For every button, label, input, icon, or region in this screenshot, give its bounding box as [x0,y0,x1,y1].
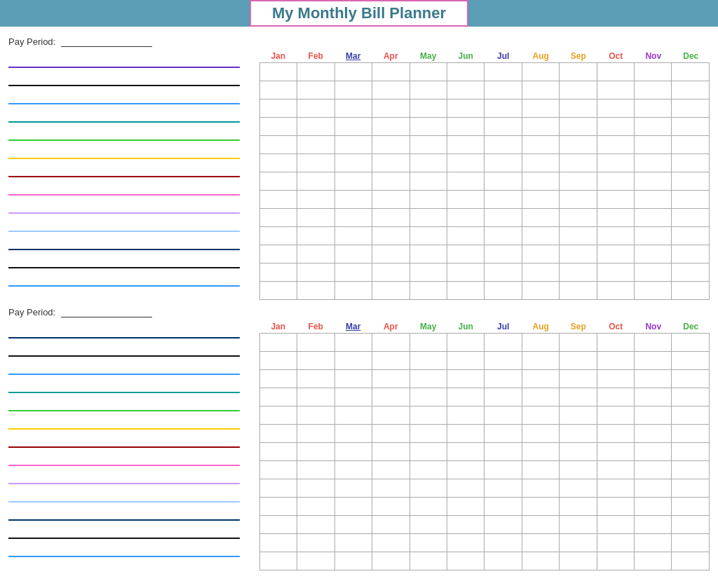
grid-cell[interactable] [522,63,559,81]
grid-cell[interactable] [672,136,710,154]
grid-cell[interactable] [635,498,672,516]
grid-cell[interactable] [560,388,597,406]
grid-cell[interactable] [372,63,409,81]
grid-cell[interactable] [409,552,447,570]
grid-cell[interactable] [597,154,634,172]
grid-cell[interactable] [260,498,297,516]
grid-cell[interactable] [372,406,409,425]
grid-cell[interactable] [485,425,522,443]
grid-cell[interactable] [260,209,297,227]
grid-cell[interactable] [522,334,559,352]
grid-cell[interactable] [522,154,559,172]
grid-cell[interactable] [522,245,559,264]
grid-cell[interactable] [597,100,634,118]
grid-cell[interactable] [597,388,634,406]
grid-cell[interactable] [297,136,334,154]
grid-cell[interactable] [485,81,522,100]
grid-cell[interactable] [260,352,297,370]
grid-cell[interactable] [334,498,372,516]
grid-cell[interactable] [409,209,447,227]
grid-cell[interactable] [409,334,447,352]
grid-cell[interactable] [260,100,297,118]
grid-cell[interactable] [372,425,409,443]
grid-cell[interactable] [409,245,447,264]
grid-cell[interactable] [672,388,710,406]
grid-cell[interactable] [334,118,372,136]
grid-cell[interactable] [297,516,334,534]
grid-cell[interactable] [447,406,485,425]
grid-cell[interactable] [372,352,409,370]
grid-cell[interactable] [522,118,559,136]
grid-cell[interactable] [560,498,597,516]
grid-cell[interactable] [447,352,485,370]
grid-cell[interactable] [522,264,559,282]
grid-cell[interactable] [522,552,559,570]
grid-cell[interactable] [560,516,597,534]
grid-cell[interactable] [485,388,522,406]
grid-cell[interactable] [560,352,597,370]
grid-cell[interactable] [447,136,485,154]
grid-cell[interactable] [334,191,372,209]
grid-cell[interactable] [635,191,672,209]
grid-cell[interactable] [297,100,334,118]
pay-period-line-1[interactable] [61,46,152,47]
grid-cell[interactable] [297,406,334,425]
pay-period-line-2[interactable] [61,317,152,317]
grid-cell[interactable] [597,227,634,245]
grid-cell[interactable] [635,136,672,154]
grid-cell[interactable] [334,136,372,154]
grid-cell[interactable] [560,479,597,498]
grid-cell[interactable] [409,154,447,172]
section1-table[interactable] [259,62,710,300]
grid-cell[interactable] [522,191,559,209]
grid-cell[interactable] [522,227,559,245]
grid-cell[interactable] [297,245,334,264]
grid-cell[interactable] [447,209,485,227]
grid-cell[interactable] [672,282,710,300]
grid-cell[interactable] [635,264,672,282]
grid-cell[interactable] [635,425,672,443]
grid-cell[interactable] [672,552,710,570]
grid-cell[interactable] [522,282,559,300]
grid-cell[interactable] [409,227,447,245]
grid-cell[interactable] [260,81,297,100]
grid-cell[interactable] [635,282,672,300]
grid-cell[interactable] [334,516,372,534]
grid-cell[interactable] [372,282,409,300]
grid-cell[interactable] [560,264,597,282]
grid-cell[interactable] [409,63,447,81]
grid-cell[interactable] [560,227,597,245]
section2-table[interactable] [259,333,710,570]
grid-cell[interactable] [334,388,372,406]
grid-cell[interactable] [447,63,485,81]
grid-cell[interactable] [334,227,372,245]
grid-cell[interactable] [447,191,485,209]
grid-cell[interactable] [372,461,409,479]
grid-cell[interactable] [560,154,597,172]
grid-cell[interactable] [297,118,334,136]
grid-cell[interactable] [522,388,559,406]
grid-cell[interactable] [597,425,634,443]
grid-cell[interactable] [260,282,297,300]
grid-cell[interactable] [672,264,710,282]
grid-cell[interactable] [334,370,372,388]
grid-cell[interactable] [372,209,409,227]
grid-cell[interactable] [260,227,297,245]
grid-cell[interactable] [334,352,372,370]
grid-cell[interactable] [297,425,334,443]
grid-cell[interactable] [334,534,372,552]
grid-cell[interactable] [485,154,522,172]
grid-cell[interactable] [560,461,597,479]
grid-cell[interactable] [485,461,522,479]
grid-cell[interactable] [485,209,522,227]
grid-cell[interactable] [409,118,447,136]
grid-cell[interactable] [447,388,485,406]
grid-cell[interactable] [447,81,485,100]
grid-cell[interactable] [635,552,672,570]
grid-cell[interactable] [635,227,672,245]
grid-cell[interactable] [372,479,409,498]
grid-cell[interactable] [447,172,485,191]
grid-cell[interactable] [409,191,447,209]
grid-cell[interactable] [597,516,634,534]
grid-cell[interactable] [447,334,485,352]
